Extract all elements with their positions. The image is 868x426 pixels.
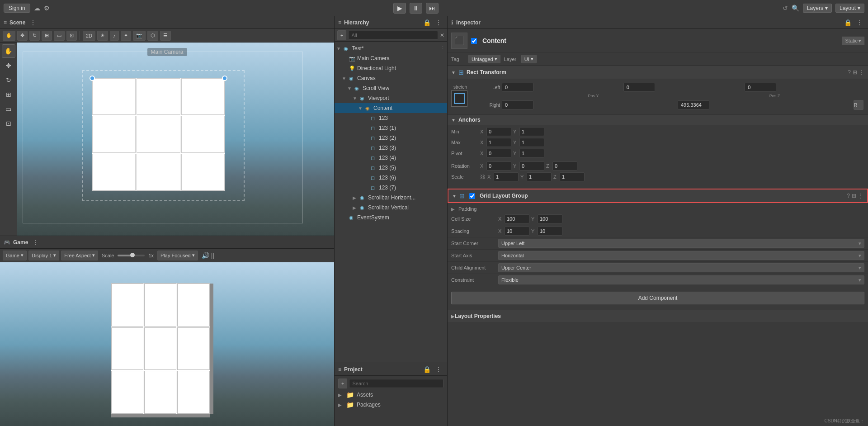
tree-item-scrollbar-h[interactable]: ▶ ◉ Scrollbar Horizont...	[335, 193, 447, 203]
audio-icon[interactable]: 🔊	[202, 252, 209, 259]
start-corner-dropdown[interactable]: Upper Left ▾	[498, 239, 864, 248]
grid-layout-checkbox[interactable]	[469, 193, 475, 199]
layer-dropdown[interactable]: UI ▾	[521, 55, 537, 63]
scale-tool[interactable]: ⊞	[42, 31, 52, 41]
play-button[interactable]: ▶	[393, 3, 406, 14]
inspector-active-checkbox[interactable]	[471, 38, 477, 44]
scale-z-input[interactable]	[560, 172, 585, 181]
display-dropdown[interactable]: Display 1 ▾	[28, 251, 59, 260]
hand-tool[interactable]: ✋	[3, 31, 15, 41]
scene-menu-extra[interactable]: ☰	[160, 31, 171, 41]
rt-question-icon[interactable]: ?	[848, 69, 851, 76]
game-dropdown[interactable]: Game ▾	[3, 251, 27, 260]
project-menu-button[interactable]: ⋮	[434, 366, 443, 373]
move-tool[interactable]: ✥	[17, 31, 28, 41]
layout-properties-section[interactable]: ▶ Layout Properties	[448, 310, 868, 322]
tree-item-123[interactable]: ◻ 123	[335, 113, 447, 123]
assets-item[interactable]: ▶ 📁 Assets	[338, 391, 443, 398]
add-hierarchy-btn[interactable]: +	[337, 30, 346, 40]
tree-item-123-3[interactable]: ◻ 123 (3)	[335, 143, 447, 153]
layout-dropdown[interactable]: Layout ▾	[835, 4, 864, 13]
audio-toggle[interactable]: ♪	[110, 31, 119, 41]
r-button[interactable]: R	[854, 100, 863, 110]
scene-viewport[interactable]: ✋ ✥ ↻ ⊞ ▭ ⊡	[0, 43, 334, 236]
left-input[interactable]	[502, 83, 533, 92]
rot-x-input[interactable]	[486, 161, 511, 170]
scrollbar-horizontal[interactable]	[111, 414, 210, 417]
hierarchy-search[interactable]	[348, 31, 438, 40]
layers-dropdown[interactable]: Layers ▾	[803, 4, 832, 13]
tree-item-123-4[interactable]: ◻ 123 (4)	[335, 153, 447, 163]
rotate-tool[interactable]: ↻	[29, 31, 40, 41]
tree-item-scrollbar-v[interactable]: ▶ ◉ Scrollbar Vertical	[335, 203, 447, 213]
step-button[interactable]: ⏭	[426, 3, 439, 14]
static-dropdown[interactable]: Static ▾	[842, 37, 864, 45]
spacing-y-input[interactable]	[538, 227, 562, 236]
rot-z-input[interactable]	[552, 161, 577, 170]
tree-item-main-camera[interactable]: 📷 Main Camera	[335, 53, 447, 63]
rect-tool[interactable]: ▭	[54, 31, 65, 41]
rt-menu-icon[interactable]: ⋮	[859, 69, 864, 76]
search-clear-icon[interactable]: ✕	[440, 32, 444, 38]
test-menu[interactable]: ⋮	[440, 46, 445, 52]
handle-tl[interactable]	[90, 76, 95, 81]
gear-icon[interactable]: ⚙	[44, 5, 50, 12]
project-search[interactable]	[349, 379, 443, 388]
light-toggle[interactable]: ☀	[97, 31, 108, 41]
rt-settings-icon[interactable]: ⊞	[853, 69, 857, 76]
search-icon[interactable]: 🔍	[792, 5, 799, 12]
tool-scale[interactable]: ⊞	[2, 88, 15, 101]
pivot-x-input[interactable]	[486, 149, 511, 158]
grid-layout-section[interactable]: ▼ ⊞ Grid Layout Group ? ⊞ ⋮	[448, 189, 868, 203]
gizmo-toggle[interactable]: ⬡	[147, 31, 158, 41]
inspector-lock-icon[interactable]: 🔒	[844, 19, 852, 26]
scale-y-input[interactable]	[527, 172, 552, 181]
cell-size-x-input[interactable]	[505, 214, 529, 223]
gl-question-icon[interactable]: ?	[847, 193, 850, 199]
tree-item-canvas[interactable]: ▼ ◉ Canvas	[335, 73, 447, 83]
tool-custom[interactable]: ⊡	[2, 117, 15, 130]
fx-toggle[interactable]: ✦	[121, 31, 131, 41]
hierarchy-lock-icon[interactable]: 🔒	[423, 19, 431, 26]
child-alignment-dropdown[interactable]: Upper Center ▾	[498, 263, 864, 272]
constraint-dropdown[interactable]: Flexible ▾	[498, 275, 864, 284]
history-icon[interactable]: ↺	[783, 5, 788, 12]
tree-item-123-1[interactable]: ◻ 123 (1)	[335, 123, 447, 133]
hierarchy-menu-button[interactable]: ⋮	[434, 19, 443, 26]
pivot-y-input[interactable]	[519, 149, 544, 158]
tree-item-123-7[interactable]: ◻ 123 (7)	[335, 183, 447, 193]
pos-z-input[interactable]	[745, 83, 776, 92]
tree-item-123-5[interactable]: ◻ 123 (5)	[335, 163, 447, 173]
tree-item-content[interactable]: ▼ ◉ Content	[335, 103, 447, 113]
project-add-btn[interactable]: +	[338, 379, 347, 388]
2d-toggle[interactable]: 2D	[83, 31, 95, 41]
cloud-icon[interactable]: ☁	[34, 5, 40, 12]
handle-tr[interactable]	[222, 76, 227, 81]
scale-x-input[interactable]	[494, 172, 519, 181]
tree-item-viewport[interactable]: ▼ ◉ Viewport	[335, 93, 447, 103]
scale-link-icon[interactable]: ⛓	[480, 174, 486, 180]
project-lock-icon[interactable]: 🔒	[423, 366, 431, 373]
tag-dropdown[interactable]: Untagged ▾	[468, 55, 500, 63]
tool-move[interactable]: ✥	[2, 59, 15, 72]
tree-item-event-system[interactable]: ◉ EventSystem	[335, 213, 447, 222]
padding-row[interactable]: ▶ Padding	[448, 205, 868, 213]
play-focused-dropdown[interactable]: Play Focused ▾	[157, 251, 198, 260]
scene-menu-button[interactable]: ⋮	[28, 19, 38, 26]
inspector-menu-button[interactable]: ⋮	[854, 19, 864, 26]
camera-btn[interactable]: 📷	[133, 31, 146, 41]
sign-in-button[interactable]: Sign in	[4, 4, 30, 13]
rot-y-input[interactable]	[519, 161, 544, 170]
scale-slider[interactable]	[118, 255, 145, 256]
right-input[interactable]	[502, 100, 533, 109]
tree-item-scroll-view[interactable]: ▼ ◉ Scroll View	[335, 83, 447, 93]
cell-size-y-input[interactable]	[538, 214, 562, 223]
anchors-section[interactable]: ▼ Anchors	[448, 114, 868, 125]
gl-settings-icon[interactable]: ⊞	[852, 193, 856, 199]
transform-tool[interactable]: ⊡	[66, 31, 77, 41]
height-input[interactable]	[678, 100, 709, 109]
min-x-input[interactable]	[486, 127, 511, 136]
add-component-button[interactable]: Add Component	[451, 292, 864, 304]
game-viewport[interactable]	[0, 262, 334, 426]
aspect-dropdown[interactable]: Free Aspect ▾	[61, 251, 98, 260]
